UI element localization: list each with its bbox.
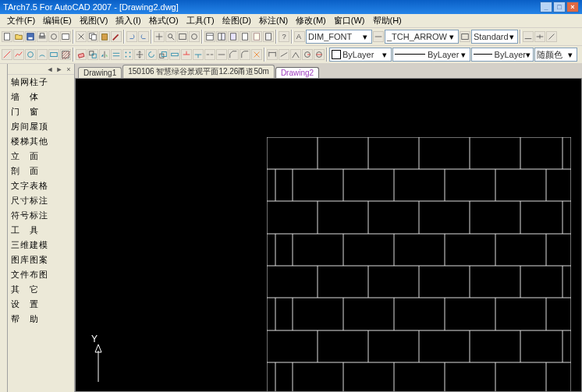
sidebar-item-stair[interactable]: 楼梯其他 (8, 134, 74, 149)
rotate-icon[interactable] (146, 49, 157, 60)
copy2-icon[interactable] (87, 49, 98, 60)
close-button[interactable]: × (566, 2, 579, 12)
scale-icon[interactable] (158, 49, 169, 60)
dimstyle-combo[interactable]: _TCH_ARROW▾ (385, 30, 459, 44)
tool-palette-icon[interactable] (228, 31, 239, 42)
open-icon[interactable] (13, 31, 24, 42)
sidebar-item-dim[interactable]: 尺寸标注 (8, 193, 74, 208)
sidebar-item-3d[interactable]: 三维建模 (8, 238, 74, 253)
zoom-previous-icon[interactable] (189, 31, 200, 42)
match-props-icon[interactable] (111, 31, 122, 42)
calc-icon[interactable] (263, 31, 274, 42)
menu-file[interactable]: 文件(F) (3, 14, 39, 27)
publish-icon[interactable] (60, 31, 71, 42)
sidebar-item-library[interactable]: 图库图案 (8, 253, 74, 267)
menu-insert[interactable]: 插入(I) (112, 14, 144, 27)
sidebar-item-section[interactable]: 剖 面 (8, 164, 74, 178)
sidebar-item-door[interactable]: 门 窗 (8, 104, 74, 119)
tab-drawing-long[interactable]: 150106 智慧绿谷景观平面12.26甬道50m (122, 65, 275, 78)
tablestyle-icon[interactable] (460, 31, 470, 42)
sidebar-item-settings[interactable]: 设 置 (8, 297, 74, 312)
design-center-icon[interactable] (216, 31, 227, 42)
dim-diameter-icon[interactable] (314, 49, 325, 60)
sidebar-item-axis[interactable]: 轴网柱子 (8, 75, 74, 90)
dim-radius-icon[interactable] (302, 49, 313, 60)
sidebar-item-wall[interactable]: 墙 体 (8, 90, 74, 104)
stretch-icon[interactable] (169, 49, 180, 60)
dim-aligned-icon[interactable] (279, 49, 289, 60)
plotstyle-combo[interactable]: 随颜色▾ (534, 48, 577, 62)
dim-style2-icon[interactable] (534, 31, 545, 42)
dim-style3-icon[interactable] (546, 31, 557, 42)
dimstyle-icon[interactable] (373, 31, 384, 42)
textstyle-icon[interactable]: A (294, 31, 305, 42)
menu-draw[interactable]: 绘图(D) (218, 14, 255, 27)
dim-style1-icon[interactable] (523, 31, 534, 42)
menu-format[interactable]: 格式(O) (145, 14, 183, 27)
fillet-icon[interactable] (240, 49, 250, 60)
line-icon[interactable] (2, 49, 12, 60)
undo-icon[interactable] (126, 31, 137, 42)
cut-icon[interactable] (76, 31, 87, 42)
chamfer-icon[interactable] (228, 49, 239, 60)
help-icon[interactable]: ? (279, 31, 289, 42)
erase-icon[interactable] (76, 49, 87, 60)
panel-right-icon[interactable]: ► (55, 65, 63, 73)
sidebar-item-help[interactable]: 帮 助 (8, 312, 74, 327)
textstyle-combo[interactable]: DIM_FONT▾ (306, 30, 372, 44)
paste-icon[interactable] (99, 31, 110, 42)
menu-help[interactable]: 帮助(H) (369, 14, 406, 27)
extend-icon[interactable] (193, 49, 204, 60)
sidebar-item-tools[interactable]: 工 具 (8, 223, 74, 238)
sidebar-item-other[interactable]: 其 它 (8, 282, 74, 297)
dock-bar[interactable] (0, 64, 8, 392)
menu-window[interactable]: 窗口(W) (330, 14, 369, 27)
tab-drawing1[interactable]: Drawing1 (78, 67, 122, 78)
menu-tools[interactable]: 工具(T) (183, 14, 218, 27)
pan-icon[interactable] (154, 31, 165, 42)
zoom-icon[interactable] (165, 31, 176, 42)
drawing-canvas[interactable]: Y (75, 78, 582, 392)
menu-modify[interactable]: 修改(M) (292, 14, 330, 27)
menu-dimension[interactable]: 标注(N) (255, 14, 292, 27)
redo-icon[interactable] (138, 31, 149, 42)
sidebar-item-file[interactable]: 文件布图 (8, 267, 74, 282)
explode-icon[interactable] (251, 49, 262, 60)
sidebar-item-room[interactable]: 房间屋顶 (8, 119, 74, 134)
copy-icon[interactable] (87, 31, 98, 42)
properties-icon[interactable] (204, 31, 215, 42)
linetype-combo[interactable]: ByLayer▾ (392, 48, 470, 62)
tablestyle-combo[interactable]: Standard▾ (471, 30, 518, 44)
new-icon[interactable] (2, 31, 12, 42)
print-icon[interactable] (37, 31, 48, 42)
save-icon[interactable] (25, 31, 36, 42)
trim-icon[interactable] (181, 49, 192, 60)
mirror-icon[interactable] (99, 49, 110, 60)
move-icon[interactable] (134, 49, 145, 60)
break-icon[interactable] (204, 49, 215, 60)
sidebar-item-elev[interactable]: 立 面 (8, 149, 74, 164)
dim-linear-icon[interactable] (267, 49, 278, 60)
color-combo[interactable]: ByLayer▾ (329, 48, 392, 62)
sidebar-item-text[interactable]: 文字表格 (8, 178, 74, 193)
panel-left-icon[interactable]: ◄ (46, 65, 54, 73)
offset-icon[interactable] (111, 49, 122, 60)
hatch-icon[interactable] (60, 49, 71, 60)
plot-preview-icon[interactable] (48, 31, 59, 42)
circle-icon[interactable] (25, 49, 36, 60)
lineweight-combo[interactable]: ByLayer▾ (471, 48, 534, 62)
dim-angular-icon[interactable] (290, 49, 301, 60)
zoom-window-icon[interactable] (177, 31, 188, 42)
menu-view[interactable]: 视图(V) (76, 14, 112, 27)
markup-icon[interactable] (251, 31, 262, 42)
tab-drawing2[interactable]: Drawing2 (275, 67, 319, 78)
join-icon[interactable] (216, 49, 227, 60)
panel-close-icon[interactable]: × (65, 65, 73, 73)
menu-edit[interactable]: 编辑(E) (39, 14, 76, 27)
sidebar-item-symbol[interactable]: 符号标注 (8, 208, 74, 223)
array-icon[interactable] (122, 49, 133, 60)
sheetset-icon[interactable] (240, 31, 250, 42)
rectangle-icon[interactable] (48, 49, 59, 60)
arc-icon[interactable] (37, 49, 48, 60)
maximize-button[interactable]: □ (553, 2, 566, 12)
